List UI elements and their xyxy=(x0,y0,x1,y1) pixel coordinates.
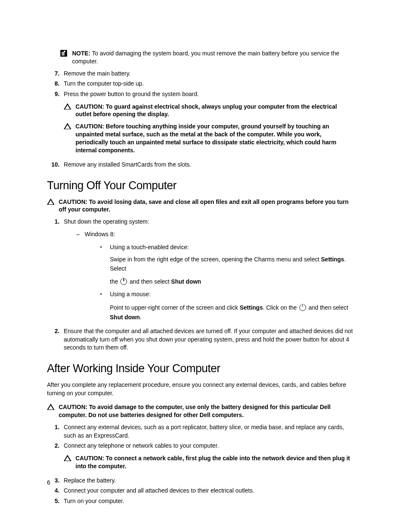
caution-label: CAUTION: xyxy=(75,103,104,110)
list-item: 5. Turn on your computer. xyxy=(47,497,353,506)
intro-paragraph: After you complete any replacement proce… xyxy=(47,381,353,397)
caution-icon xyxy=(64,123,71,129)
list-item: 3. Replace the battery. xyxy=(47,477,353,485)
list-item: 8. Turn the computer top-side up. xyxy=(47,80,353,88)
list-item: Windows 8: Using a touch-enabled device:… xyxy=(76,230,353,322)
steps-list-section2: 1. Connect any external devices, such as… xyxy=(47,423,353,505)
caution-label: CAUTION: xyxy=(75,123,104,130)
caution-text: To avoid damage to the computer, use onl… xyxy=(59,404,331,418)
list-item: 10. Remove any installed SmartCards from… xyxy=(47,161,353,169)
caution-text: To avoid losing data, save and close all… xyxy=(59,198,348,213)
list-item: 1. Connect any external devices, such as… xyxy=(47,423,353,440)
list-item: 2. Ensure that the computer and all atta… xyxy=(47,327,353,352)
note-label: NOTE: xyxy=(72,50,91,57)
heading-after-working: After Working Inside Your Computer xyxy=(47,362,353,375)
caution-text: To guard against electrical shock, alway… xyxy=(75,103,337,118)
list-item: 7. Remove the main battery. xyxy=(47,70,353,78)
caution-text: To connect a network cable, first plug t… xyxy=(75,455,350,469)
list-item: 9. Press the power button to ground the … xyxy=(47,90,353,159)
caution-label: CAUTION: xyxy=(59,404,87,410)
note-text: To avoid damaging the system board, you … xyxy=(72,50,339,65)
list-item: 2. Connect any telephone or network cabl… xyxy=(47,442,353,474)
caution-icon xyxy=(64,455,71,461)
star-list: Using a touch-enabled device: Swipe in f… xyxy=(100,243,353,322)
caution-icon xyxy=(47,198,55,205)
note-callout: NOTE: To avoid damaging the system board… xyxy=(60,50,353,65)
power-icon xyxy=(120,278,127,285)
list-item: Using a touch-enabled device: Swipe in f… xyxy=(100,243,353,286)
caution-callout: CAUTION: To guard against electrical sho… xyxy=(64,103,353,119)
caution-callout: CAUTION: To connect a network cable, fir… xyxy=(64,454,353,470)
caution-icon xyxy=(47,404,55,410)
caution-callout: CAUTION: To avoid damage to the computer… xyxy=(47,403,353,419)
document-page: NOTE: To avoid damaging the system board… xyxy=(0,0,400,532)
caution-label: CAUTION: xyxy=(59,198,87,205)
note-icon xyxy=(60,50,67,57)
caution-callout: CAUTION: Before touching anything inside… xyxy=(64,123,353,154)
steps-list-section1: 1. Shut down the operating system: Windo… xyxy=(47,218,353,352)
list-item: 4. Connect your computer and all attache… xyxy=(47,487,353,495)
caution-icon xyxy=(64,103,71,110)
page-number: 6 xyxy=(47,479,50,486)
list-item: 1. Shut down the operating system: Windo… xyxy=(47,218,353,325)
heading-turning-off: Turning Off Your Computer xyxy=(47,179,353,192)
caution-callout: CAUTION: To avoid losing data, save and … xyxy=(47,198,353,214)
list-item: Using a mouse: Point to upper-right corn… xyxy=(100,289,353,322)
dash-list: Windows 8: Using a touch-enabled device:… xyxy=(76,230,353,322)
power-icon xyxy=(299,304,306,311)
steps-list-top: 7. Remove the main battery. 8. Turn the … xyxy=(47,70,353,169)
caution-text: Before touching anything inside your com… xyxy=(75,123,336,154)
caution-label: CAUTION: xyxy=(75,455,104,462)
